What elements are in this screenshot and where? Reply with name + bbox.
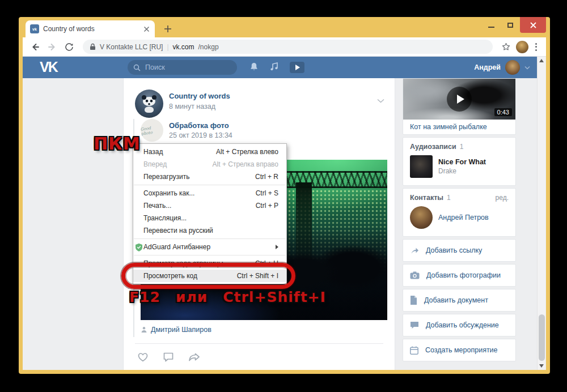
music-icon[interactable] [270,62,278,73]
chevron-down-icon [524,66,530,70]
album-art [410,155,433,178]
minimize-button[interactable] [481,17,501,33]
tab-close-icon[interactable] [143,25,150,33]
menu-item-translate[interactable]: Перевести на русский [133,224,286,237]
document-icon [410,296,417,305]
scrollbar-thumb[interactable] [539,314,545,361]
scroll-down-icon[interactable] [539,364,544,368]
post-action-bar [136,350,202,366]
tagged-person-link[interactable]: Дмитрий Шапиров [151,326,211,334]
menu-item-forward: ВпередAlt + Стрелка вправо [133,158,286,171]
vk-header-icons [249,57,304,78]
audio-artist: Drake [438,167,486,175]
audio-section-title[interactable]: Аудиозаписи [410,143,456,151]
menu-item-back[interactable]: НазадAlt + Стрелка влево [133,146,286,158]
url-path: /nokgp [198,43,219,51]
contacts-count: 1 [447,194,451,202]
forward-button[interactable] [45,40,59,54]
post-menu-chevron-icon[interactable] [376,94,386,106]
share-button[interactable] [187,350,202,366]
sidebar-audio-card: Аудиозаписи 1 Nice For What Drake [403,137,516,186]
scroll-up-icon[interactable] [539,59,544,62]
search-icon [133,64,141,71]
bookmark-star-button[interactable] [500,40,513,53]
annotation-pkm: ПКМ [94,134,140,154]
video-duration-badge: 0:43 [494,108,512,116]
browser-tab[interactable]: vk Country of words [26,20,155,37]
search-input[interactable] [144,63,218,72]
sidebar-action-add-discussion[interactable]: Добавить обсуждение [403,314,516,336]
annotation-highlight-ring [121,263,295,289]
new-tab-button[interactable] [163,23,172,36]
vk-search-box[interactable] [128,60,237,75]
post-timestamp: 8 минут назад [169,103,215,110]
menu-item-save-as[interactable]: Сохранить как...Ctrl + S [133,187,286,199]
vk-page: Country of words 8 минут назад Good phot… [23,78,537,370]
page-scrollbar[interactable] [537,57,545,370]
menu-item-reload[interactable]: ПерезагрузитьCtrl + R [133,171,286,183]
contact-avatar [410,206,433,229]
contacts-section-title[interactable]: Контакты [410,194,443,202]
sidebar-contacts-card: Контакты 1 ред. Андрей Петров [403,188,516,237]
submenu-arrow-icon [276,245,278,249]
sidebar-action-add-document[interactable]: Добавить документ [403,289,516,312]
reload-button[interactable] [62,40,76,54]
group-name-link[interactable]: Country of words [169,92,230,100]
adguard-shield-icon [135,243,143,253]
url-divider: | [167,43,168,51]
header-user-avatar [505,60,520,75]
browser-window: vk Country of words [19,17,550,374]
audio-track-title: Nice For What [438,158,486,166]
menu-item-cast[interactable]: Трансляция... [133,212,286,224]
sidebar-action-create-event[interactable]: Создать мероприятие [403,339,516,361]
add-link-icon [410,246,419,255]
window-controls [481,17,546,33]
sidebar-video-card: 0:43 Кот на зимней рыбалке [403,78,516,135]
video-tv-icon[interactable] [290,62,304,73]
annotation-shortcut-hint: F12 или Ctrl+Shift+I [129,289,326,305]
person-tag-icon [141,326,147,333]
browser-menu-button[interactable] [532,41,540,53]
close-button[interactable] [520,17,546,33]
vk-logo[interactable]: VK [40,59,57,75]
menu-item-adguard[interactable]: AdGuard Антибаннер [133,241,286,253]
calendar-icon [410,346,418,355]
video-title-link[interactable]: Кот на зимней рыбалке [403,120,515,134]
camera-icon [410,271,420,279]
tagged-person-row: Дмитрий Шапиров [141,326,211,334]
panda-avatar-art [143,97,155,106]
contacts-edit-link[interactable]: ред. [496,194,509,202]
minimize-icon [488,27,494,28]
browser-profile-avatar[interactable] [516,41,528,53]
vk-user-menu[interactable]: Андрей [474,57,530,78]
sidebar-action-add-link[interactable]: Добавить ссылку [403,239,516,262]
tab-strip: vk Country of words [19,17,550,37]
video-thumbnail[interactable]: 0:43 [403,79,515,120]
screenshot-stage: vk Country of words [0,0,567,392]
menu-separator [134,255,286,255]
like-button[interactable] [136,350,150,366]
notifications-bell-icon[interactable] [249,62,259,74]
back-button[interactable] [28,40,42,54]
menu-separator [134,238,286,239]
menu-separator [134,185,286,185]
contact-row[interactable]: Андрей Петров [403,204,515,231]
repost-group-name-link[interactable]: Обработка фото [169,121,229,130]
post-divider [135,343,383,344]
security-badge: V Kontakte LLC [RU] [100,43,163,51]
contact-name-link[interactable]: Андрей Петров [438,214,489,221]
play-icon[interactable] [447,87,472,112]
audio-row[interactable]: Nice For What Drake [403,153,515,180]
close-icon [530,22,536,28]
maximize-icon [507,23,513,28]
audio-count: 1 [460,143,464,151]
maximize-button[interactable] [501,17,520,33]
address-bar[interactable]: V Kontakte LLC [RU] | vk.com /nokgp [83,40,493,54]
comment-button[interactable] [162,350,175,366]
repost-group-avatar[interactable]: Good photo [141,119,163,142]
vk-top-bar: VK Андрей [23,57,537,78]
group-avatar[interactable] [135,90,163,118]
vk-favicon-icon: vk [30,24,39,33]
sidebar-action-add-photos[interactable]: Добавить фотографии [403,264,516,287]
menu-item-print[interactable]: Печать...Ctrl + P [133,199,286,212]
